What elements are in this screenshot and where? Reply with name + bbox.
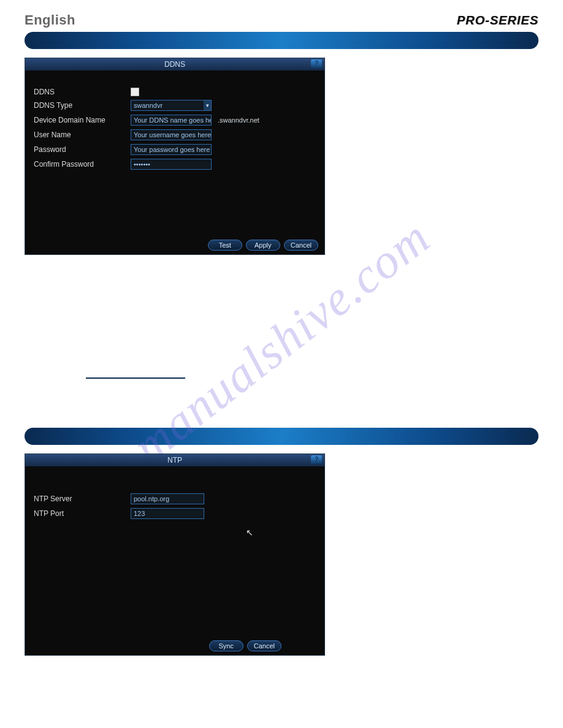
ddns-confirm-label: Confirm Password bbox=[34, 160, 126, 169]
section-divider-top bbox=[25, 32, 538, 49]
ddns-enable-label: DDNS bbox=[34, 88, 126, 96]
ntp-port-input[interactable]: 123 bbox=[131, 508, 204, 519]
ddns-username-input[interactable]: Your username goes here bbox=[131, 129, 212, 140]
section-divider-bottom bbox=[25, 428, 538, 445]
brand-label: PRO-SERIES bbox=[457, 13, 538, 28]
chevron-down-icon: ▾ bbox=[204, 100, 211, 110]
sync-button[interactable]: Sync bbox=[209, 640, 243, 651]
ddns-username-label: User Name bbox=[34, 131, 126, 139]
ntp-titlebar: NTP ? bbox=[25, 454, 324, 466]
ddns-titlebar: DDNS ? bbox=[25, 58, 324, 70]
cancel-button[interactable]: Cancel bbox=[284, 240, 318, 251]
ntp-dialog: NTP ? NTP Server pool.ntp.org NTP Port 1… bbox=[25, 453, 325, 656]
ddns-type-value: swanndvr bbox=[134, 100, 163, 110]
help-icon[interactable]: ? bbox=[311, 455, 322, 464]
help-icon[interactable]: ? bbox=[311, 59, 322, 68]
ntp-server-input[interactable]: pool.ntp.org bbox=[131, 493, 204, 504]
ntp-server-label: NTP Server bbox=[34, 495, 126, 503]
test-button[interactable]: Test bbox=[208, 240, 242, 251]
apply-button[interactable]: Apply bbox=[246, 240, 280, 251]
ddns-type-label: DDNS Type bbox=[34, 101, 126, 110]
underline-decoration bbox=[86, 377, 185, 379]
cursor-icon: ↖ bbox=[246, 528, 253, 537]
ntp-port-label: NTP Port bbox=[34, 509, 126, 518]
ddns-domain-input[interactable]: Your DDNS name goes here bbox=[131, 115, 212, 126]
cancel-button[interactable]: Cancel bbox=[247, 640, 282, 651]
ddns-confirm-input[interactable]: ••••••• bbox=[131, 159, 212, 170]
ddns-domain-label: Device Domain Name bbox=[34, 116, 126, 124]
ddns-password-input[interactable]: Your password goes here bbox=[131, 144, 212, 155]
ddns-dialog: DDNS ? DDNS DDNS Type swanndvr ▾ Device … bbox=[25, 58, 325, 255]
ddns-type-select[interactable]: swanndvr ▾ bbox=[131, 100, 212, 111]
ddns-enable-checkbox[interactable] bbox=[131, 88, 139, 96]
language-label: English bbox=[25, 12, 75, 28]
ntp-title: NTP bbox=[167, 456, 182, 464]
ddns-domain-suffix: .swanndvr.net bbox=[218, 116, 259, 124]
ddns-password-label: Password bbox=[34, 145, 126, 154]
page-header: English PRO-SERIES bbox=[25, 12, 538, 28]
ddns-title: DDNS bbox=[164, 60, 185, 69]
